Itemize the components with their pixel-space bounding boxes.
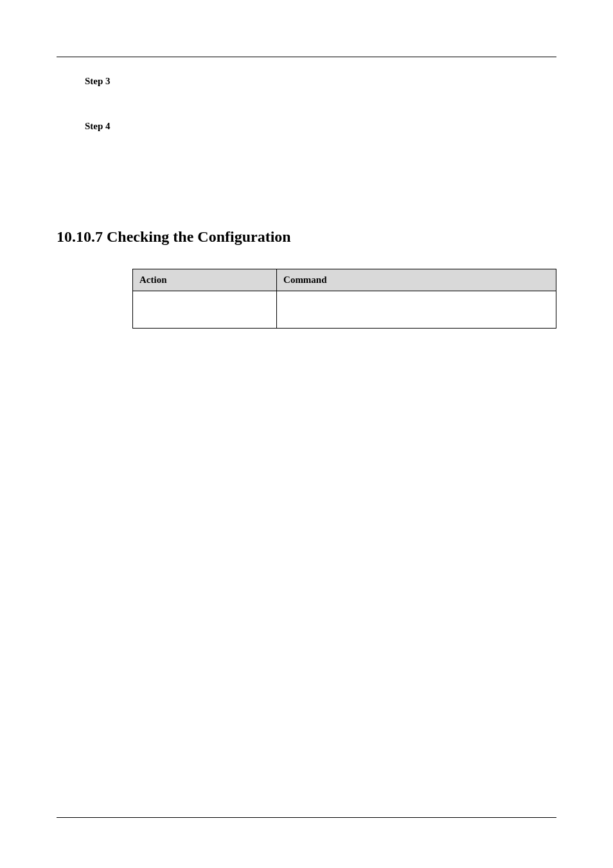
header-rule [57, 57, 556, 57]
step-label: Step 3 [85, 76, 111, 86]
page-content: Step 3 Step 4 10.10.7 Checking the Confi… [0, 0, 613, 329]
config-table-wrap: Action Command [132, 269, 556, 329]
footer-rule [57, 817, 556, 818]
col-header-action: Action [133, 269, 277, 291]
config-table: Action Command [132, 269, 556, 329]
table-row [133, 291, 556, 329]
step-label: Step 4 [85, 121, 111, 131]
section-heading: 10.10.7 Checking the Configuration [57, 228, 556, 246]
cell-action [133, 291, 277, 329]
step-4-block: Step 4 [85, 120, 556, 132]
col-header-command: Command [277, 269, 556, 291]
cell-command [277, 291, 556, 329]
step-3-block: Step 3 [85, 75, 556, 87]
table-header-row: Action Command [133, 269, 556, 291]
